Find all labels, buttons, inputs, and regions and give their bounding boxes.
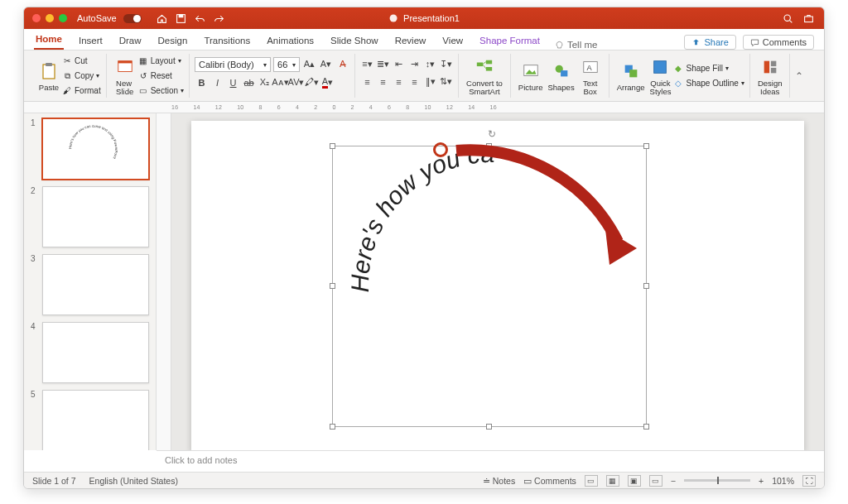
decrease-font-button[interactable]: A▾ <box>319 57 333 71</box>
slides-group: New Slide ▦Layout▾ ↺Reset ▭Section▾ <box>107 54 190 98</box>
decrease-indent-button[interactable]: ⇤ <box>392 57 406 71</box>
font-name-input[interactable]: Calibri (Body)▾ <box>195 57 271 72</box>
redo-icon[interactable] <box>214 13 224 24</box>
columns-button[interactable]: ‖▾ <box>423 74 437 89</box>
cut-button[interactable]: ✂Cut <box>62 55 101 68</box>
thumbnail-2[interactable]: 2 <box>31 186 149 247</box>
horizontal-ruler: 1614121086420246810121416 <box>24 102 824 113</box>
thumbnail-5[interactable]: 5 <box>31 390 149 450</box>
tab-home[interactable]: Home <box>34 31 64 50</box>
align-left-button[interactable]: ≡ <box>360 74 374 89</box>
design-ideas-button[interactable]: Design Ideas <box>755 56 785 95</box>
minimize-icon[interactable] <box>46 14 54 22</box>
save-icon[interactable] <box>176 13 186 24</box>
layout-button[interactable]: ▦Layout▾ <box>138 55 184 68</box>
bullets-button[interactable]: ≡▾ <box>360 57 374 71</box>
increase-indent-button[interactable]: ⇥ <box>407 57 422 71</box>
subscript-button[interactable]: X₂ <box>258 75 272 89</box>
collapse-ribbon-icon[interactable]: ⌃ <box>795 70 803 82</box>
italic-button[interactable]: I <box>210 75 224 89</box>
slideshow-view-button[interactable]: ▭ <box>649 475 662 487</box>
normal-view-button[interactable]: ▭ <box>585 475 598 487</box>
undo-icon[interactable] <box>195 13 205 24</box>
close-icon[interactable] <box>32 14 41 22</box>
tellme-input[interactable]: Tell me <box>567 40 597 50</box>
underline-button[interactable]: U <box>226 75 240 89</box>
home-icon[interactable] <box>157 13 167 24</box>
reading-view-button[interactable]: ▣ <box>628 475 641 487</box>
arc-arrow-icon <box>440 142 655 266</box>
section-button[interactable]: ▭Section▾ <box>138 84 184 98</box>
app-window: AutoSave Presentation1 Home Insert Draw … <box>23 7 825 489</box>
svg-rect-22 <box>629 70 637 77</box>
search-icon[interactable] <box>783 13 793 24</box>
zoom-out-button[interactable]: − <box>671 476 676 486</box>
tab-animations[interactable]: Animations <box>265 32 316 50</box>
quickstyles-button[interactable]: Quick Styles <box>647 56 673 95</box>
zoom-slider[interactable] <box>684 479 750 482</box>
comments-button[interactable]: Comments <box>743 35 814 50</box>
language-status[interactable]: English (United States) <box>89 476 178 486</box>
font-size-input[interactable]: 66▾ <box>273 57 300 72</box>
tab-transitions[interactable]: Transitions <box>202 32 252 50</box>
spacing-button[interactable]: AV▾ <box>289 75 303 89</box>
slide-canvas[interactable]: ↻ Here's how you can curve text using Po… <box>171 113 824 450</box>
text-direction-button[interactable]: ↧▾ <box>439 57 453 71</box>
highlight-button[interactable]: 🖍▾ <box>305 75 319 89</box>
new-slide-button[interactable]: New Slide <box>112 56 138 95</box>
paste-button[interactable]: Paste <box>36 60 62 92</box>
arrange-button[interactable]: Arrange <box>614 60 648 92</box>
increase-font-button[interactable]: A▴ <box>302 57 316 71</box>
fit-window-button[interactable]: ⛶ <box>802 475 816 487</box>
zoom-level[interactable]: 101% <box>772 476 794 486</box>
tab-view[interactable]: View <box>441 32 465 50</box>
maximize-icon[interactable] <box>59 14 67 22</box>
tab-insert[interactable]: Insert <box>77 32 104 50</box>
autosave-toggle[interactable] <box>123 14 142 23</box>
format-painter-button[interactable]: 🖌Format <box>62 84 101 98</box>
shape-outline-button[interactable]: ◇Shape Outline▾ <box>673 77 744 90</box>
justify-button[interactable]: ≡ <box>407 74 422 89</box>
comments-toggle[interactable]: ▭ Comments <box>523 476 576 486</box>
strike-button[interactable]: ab <box>242 75 256 89</box>
svg-rect-18 <box>561 70 567 76</box>
shape-fill-button[interactable]: ◆Shape Fill▾ <box>673 62 744 75</box>
align-center-button[interactable]: ≡ <box>376 74 390 89</box>
zoom-in-button[interactable]: + <box>759 476 764 486</box>
reset-button[interactable]: ↺Reset <box>138 70 184 83</box>
copy-button[interactable]: ⧉Copy▾ <box>62 70 101 83</box>
share-button[interactable]: Share <box>684 35 735 50</box>
svg-rect-5 <box>805 17 813 22</box>
picture-button[interactable]: Picture <box>516 60 546 92</box>
titlebar: AutoSave Presentation1 <box>24 7 824 29</box>
arrange-group: Arrange Quick Styles ◆Shape Fill▾ ◇Shape… <box>610 54 750 98</box>
slide-thumbnails[interactable]: 1 Here's how you can curve text using Po… <box>24 113 157 450</box>
toolbox-icon[interactable] <box>803 13 814 24</box>
notes-pane[interactable]: Click to add notes <box>157 450 824 472</box>
tab-design[interactable]: Design <box>157 32 190 50</box>
notes-toggle[interactable]: ≐ Notes <box>483 476 515 486</box>
svg-rect-26 <box>771 68 776 73</box>
clear-format-button[interactable]: A̶ <box>335 57 349 71</box>
window-controls[interactable] <box>24 14 67 22</box>
align-text-button[interactable]: ⇅▾ <box>439 74 453 89</box>
svg-rect-12 <box>486 67 492 71</box>
bold-button[interactable]: B <box>195 75 209 89</box>
tab-draw[interactable]: Draw <box>118 32 143 50</box>
svg-point-3 <box>784 15 790 21</box>
tab-review[interactable]: Review <box>393 32 428 50</box>
smartart-button[interactable]: Convert to SmartArt <box>464 56 505 95</box>
line-spacing-button[interactable]: ↕▾ <box>423 57 437 71</box>
sorter-view-button[interactable]: ▦ <box>606 475 619 487</box>
thumbnail-3[interactable]: 3 <box>31 254 149 315</box>
font-color-button[interactable]: A▾ <box>320 75 335 89</box>
tab-shape-format[interactable]: Shape Format <box>478 32 542 50</box>
changecase-button[interactable]: Aᴀ▾ <box>273 75 287 89</box>
thumbnail-4[interactable]: 4 <box>31 322 149 383</box>
textbox-button[interactable]: AText Box <box>577 56 604 95</box>
numbering-button[interactable]: ≣▾ <box>376 57 390 71</box>
shapes-button[interactable]: Shapes <box>545 60 576 92</box>
align-right-button[interactable]: ≡ <box>392 74 406 89</box>
thumbnail-1[interactable]: 1 Here's how you can curve text using Po… <box>31 118 149 180</box>
tab-slideshow[interactable]: Slide Show <box>329 32 380 50</box>
